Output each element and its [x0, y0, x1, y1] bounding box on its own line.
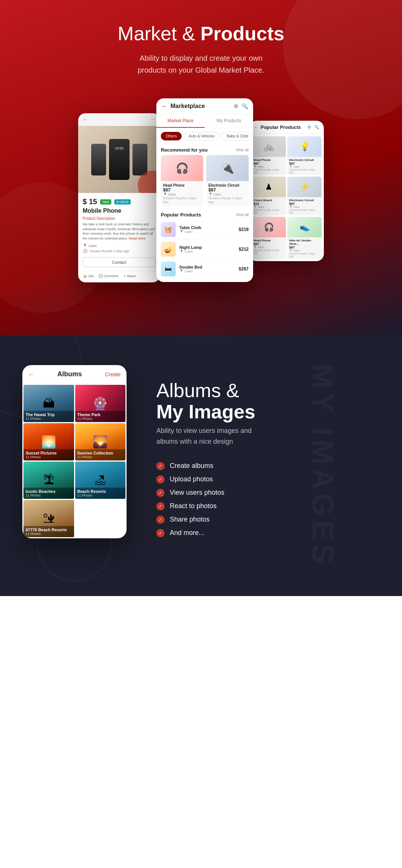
- right-prod-user-2: Susane Royale 4 days ago: [253, 209, 284, 214]
- right-prod-loc-1: 📍 Cairo: [289, 165, 320, 168]
- album-count-3: 11 Photos: [77, 455, 124, 459]
- right-prod-name-3: Electronic Circuit: [289, 199, 320, 202]
- album-name-6: 67776 Beach Resorts: [26, 528, 72, 532]
- album-count-4: 11 Photos: [26, 494, 72, 497]
- right-product-1[interactable]: 💡 Electronic Circuit $67 📍 Cairo Susane …: [287, 136, 322, 175]
- album-name-1: Theme Park: [77, 412, 124, 417]
- bed-img: 🛏: [161, 262, 176, 276]
- right-product-4[interactable]: 🎧 Head Phone $67 📍 Cairo Susane Royale 4…: [252, 217, 286, 259]
- comment-action[interactable]: 💬 Comment: [99, 274, 118, 278]
- card-info-0: Head Phone $67 📍 Cairo Susane Royale 4 d…: [161, 181, 203, 206]
- loc-pin-0: 📍: [163, 193, 167, 196]
- right-prod-info-2: Chess Board $12 📍 Cairo Susane Royale 4 …: [252, 197, 286, 215]
- right-prod-user-3: Susane Royale 4 days ago: [289, 209, 320, 214]
- recommend-grid: 🎧 Head Phone $67 📍 Cairo Susane Royale 4…: [156, 155, 253, 209]
- nav-icons: ⚙ 🔍: [234, 103, 248, 109]
- right-product-2[interactable]: ♟ Chess Board $12 📍 Cairo Susane Royale …: [252, 177, 286, 215]
- check-icon-0: ✓: [156, 462, 165, 470]
- recommend-view-all[interactable]: View all: [236, 148, 249, 152]
- marketplace-nav-title: Marketplace: [170, 103, 231, 110]
- popular-item-2[interactable]: 🛏 Double Bed 📍 Cairo $267: [161, 259, 249, 279]
- right-prod-name-5: Nike Air Jordan Shoe...: [289, 239, 320, 245]
- right-prod-price-5: $67: [289, 245, 320, 249]
- phone-img-small: [91, 144, 106, 175]
- right-product-0[interactable]: 🚲 Head Phone $67 📍 Cairo Susane Royale 4…: [252, 136, 286, 175]
- right-product-3[interactable]: ⚡ Electronic Circuit $67 📍 Cairo Susane …: [287, 177, 322, 215]
- tab-market-place[interactable]: Market Place: [156, 114, 205, 128]
- right-prod-loc-0: 📍 Cairo: [253, 165, 284, 168]
- phones-container: ← ··· $ 15 New In Stock Mobile Phone: [7, 98, 395, 282]
- phone-center: ← Marketplace ⚙ 🔍 Market Place My Produc…: [156, 98, 253, 282]
- feature-label-1: Upload photos: [170, 475, 213, 483]
- right-prod-name-2: Chess Board: [253, 199, 284, 202]
- right-prod-price-0: $67: [253, 162, 284, 165]
- right-filter-icon[interactable]: ⚙: [307, 125, 311, 130]
- album-item-5[interactable]: 🏖 Beach Resorts 11 Photos: [75, 462, 126, 499]
- album-item-3[interactable]: 🌄 Sunrise Collection 11 Photos: [75, 423, 126, 460]
- albums-subtitle: Ability to view users images and albums …: [156, 425, 380, 447]
- popular-loc-2: 📍 Cairo: [179, 269, 235, 273]
- album-item-4[interactable]: 🏝 Iconic Beaches 11 Photos: [23, 462, 74, 499]
- popular-item-1[interactable]: 🪔 Night Lamp 📍 Cairo $212: [161, 240, 249, 259]
- phone-center-tabs: Market Place My Products: [156, 114, 253, 128]
- popular-view-all[interactable]: View all: [236, 213, 249, 217]
- popular-item-0[interactable]: 🧺 Table Cloth 📍 Cairo $219: [161, 220, 249, 240]
- search-icon[interactable]: 🔍: [242, 103, 248, 109]
- right-product-5[interactable]: 👟 Nike Air Jordan Shoe... $67 📍 Cairo Su…: [287, 217, 322, 259]
- album-name-2: Sunset Pictures: [26, 451, 72, 455]
- right-prod-user-5: Susane Royale 4 days ago: [289, 252, 320, 257]
- center-back-arrow[interactable]: ←: [162, 103, 168, 110]
- market-title-regular: Market &: [118, 23, 201, 44]
- card-user-1: Susane Royale 4 days ago: [208, 196, 246, 204]
- share-label: Share: [127, 274, 136, 278]
- popular-info-2: Double Bed 📍 Cairo: [179, 265, 235, 273]
- card-name-0: Head Phone: [163, 183, 201, 187]
- albums-section: ← Albums Create 🏔 The Hawai Trip 11 Phot…: [0, 335, 402, 596]
- popular-price-2: $267: [239, 266, 249, 272]
- feature-item-2: ✓ View users photos: [156, 489, 380, 497]
- like-action[interactable]: 👍 Like: [83, 274, 94, 278]
- share-action[interactable]: ↗ Share: [123, 274, 136, 278]
- tab-my-products[interactable]: My Products: [205, 114, 253, 128]
- album-item-6[interactable]: 🏜 67776 Beach Resorts 11 Photos: [23, 500, 74, 537]
- album-item-0[interactable]: 🏔 The Hawai Trip 11 Photos: [23, 385, 74, 422]
- card-price-1: $67: [208, 187, 246, 193]
- contact-button[interactable]: Contact: [83, 257, 156, 267]
- shoes-img: 👟: [287, 217, 322, 237]
- read-more-link[interactable]: Read More: [129, 237, 146, 240]
- user-row: Susane Royale 4 days ago: [83, 248, 156, 254]
- check-icon-2: ✓: [156, 489, 165, 497]
- product-desc-label: Product Description: [83, 216, 156, 221]
- rp-pin-3: 📍: [289, 206, 293, 208]
- check-icon-4: ✓: [156, 516, 165, 524]
- filter-others[interactable]: Others: [161, 132, 182, 140]
- right-prod-price-1: $67: [289, 162, 320, 165]
- recommend-card-0[interactable]: 🎧 Head Phone $67 📍 Cairo Susane Royale 4…: [161, 155, 203, 206]
- albums-create-button[interactable]: Create: [105, 371, 121, 377]
- album-item-1[interactable]: 🎡 Theme Park 11 Photos: [75, 385, 126, 422]
- phone-image-display: [91, 139, 147, 180]
- album-item-2[interactable]: 🌅 Sunset Pictures 11 Photos: [23, 423, 74, 460]
- right-prod-info-3: Electronic Circuit $67 📍 Cairo Susane Ro…: [287, 197, 322, 215]
- popular-price-0: $219: [239, 227, 249, 232]
- circuit-img: 🔌: [206, 155, 249, 181]
- right-back-arrow[interactable]: ←: [254, 125, 258, 130]
- popular-info-1: Night Lamp 📍 Cairo: [179, 245, 235, 253]
- right-prod-user-0: Susane Royale 4 days ago: [253, 168, 284, 174]
- recommend-card-1[interactable]: 🔌 Electronic Circuit $67 📍 Cairo Susane …: [206, 155, 249, 206]
- popular-name-1: Night Lamp: [179, 245, 235, 250]
- filter-baby[interactable]: Baby & Child: [222, 132, 253, 140]
- filter-auto[interactable]: Auto & Vehicles: [184, 132, 220, 140]
- product-user: Susane Royale 4 days ago: [89, 249, 130, 253]
- card-location-0: Cairo: [168, 193, 176, 196]
- like-icon: 👍: [83, 274, 87, 278]
- phone-img-small2: [133, 144, 147, 175]
- left-back-arrow[interactable]: ←: [83, 117, 88, 123]
- right-nav-icons: ⚙ 🔍: [307, 125, 319, 130]
- right-products-grid: 🚲 Head Phone $67 📍 Cairo Susane Royale 4…: [249, 134, 324, 261]
- filter-icon[interactable]: ⚙: [234, 103, 239, 109]
- rp-pin-0: 📍: [253, 165, 257, 168]
- popular-loc-1: 📍 Cairo: [179, 250, 235, 253]
- right-search-icon[interactable]: 🔍: [314, 125, 319, 130]
- album-label-5: Beach Resorts 11 Photos: [75, 488, 126, 499]
